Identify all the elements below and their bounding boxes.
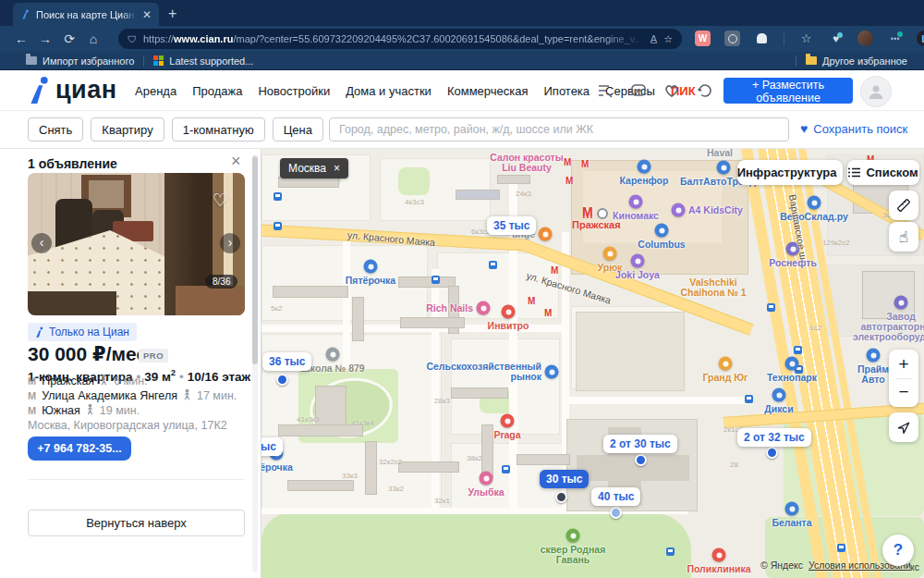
- poi-icon: [545, 365, 559, 379]
- history-icon[interactable]: [696, 81, 714, 100]
- extension-camera-icon[interactable]: [724, 31, 740, 46]
- price-marker[interactable]: 2 от 30 тыс: [603, 435, 677, 453]
- bus-stop-icon: [432, 276, 440, 284]
- panel-scrollbar-thumb[interactable]: [252, 156, 258, 364]
- extension-w-icon[interactable]: W: [695, 31, 711, 46]
- marker-dot[interactable]: [276, 374, 288, 386]
- marker-dot[interactable]: [766, 447, 778, 459]
- bookmark-import[interactable]: Импорт избранного: [26, 55, 134, 67]
- nav-item[interactable]: Ипотека: [544, 84, 590, 98]
- region-chip[interactable]: Москва×: [280, 158, 348, 178]
- help-button[interactable]: ?: [882, 535, 914, 566]
- favorites-heart-icon[interactable]: [663, 81, 681, 100]
- price-marker[interactable]: тыс: [261, 437, 283, 456]
- url-text: https://www.cian.ru/map/?center=55.60973…: [143, 33, 644, 44]
- nav-item[interactable]: Продажа: [192, 84, 242, 98]
- bookmark-star-icon[interactable]: ☆: [663, 33, 673, 45]
- cian-logo[interactable]: циан: [28, 76, 117, 104]
- filter-button[interactable]: 1-комнатную: [172, 117, 265, 141]
- poi-icon: [326, 348, 340, 362]
- metro-name[interactable]: Пражская: [42, 375, 94, 387]
- post-listing-button[interactable]: + Разместить объявление: [723, 78, 853, 104]
- forward-icon[interactable]: →: [33, 31, 57, 46]
- poi-icon: [719, 357, 733, 371]
- metro-row: МЮжная19 мин.: [28, 403, 237, 418]
- back-icon[interactable]: ←: [9, 31, 33, 46]
- sync-heart-icon[interactable]: ♥: [828, 31, 844, 46]
- map-attribution-fragment: кс: [910, 561, 919, 572]
- metro-name[interactable]: Улица Академика Янгеля: [42, 389, 177, 402]
- poi-label: Завод автотракторного электрооборудован: [853, 312, 924, 342]
- poi-icon: [638, 160, 651, 174]
- price-marker[interactable]: 40 тыс: [591, 487, 640, 506]
- bookmark-other-favorites[interactable]: Другое избранное: [806, 55, 907, 67]
- save-search-link[interactable]: ♥ Сохранить поиск: [800, 121, 907, 136]
- poi-icon: [566, 529, 580, 543]
- price-marker[interactable]: 30 тыс: [540, 470, 589, 488]
- price-marker[interactable]: 2 от 32 тыс: [737, 428, 811, 447]
- microsoft-icon: [153, 55, 164, 66]
- marker-dot[interactable]: [610, 507, 622, 519]
- zoom-in-button[interactable]: +: [898, 354, 908, 375]
- tab-close-icon[interactable]: ✕: [142, 8, 152, 21]
- metro-icon: М: [28, 405, 36, 416]
- poi-label: Салон красоты Liu Beauty: [490, 153, 563, 173]
- reader-mode-icon[interactable]: A̲: [650, 33, 657, 44]
- list-view-button[interactable]: Списком: [847, 160, 919, 185]
- marker-dot[interactable]: [555, 491, 567, 503]
- metro-row: МПражская6 мин.: [28, 374, 237, 388]
- marker-dot[interactable]: [635, 454, 647, 466]
- hand-tool-button[interactable]: ☝: [889, 222, 918, 252]
- ruler-tool-button[interactable]: [889, 191, 918, 220]
- house-number: 32к1: [434, 497, 450, 505]
- filter-button[interactable]: Снять: [28, 117, 83, 141]
- metro-exit-icon: М: [581, 159, 589, 169]
- infrastructure-dropdown[interactable]: Инфраструктура: [737, 160, 843, 185]
- url-bar[interactable]: 🛡 https://www.cian.ru/map/?center=55.609…: [118, 29, 682, 49]
- user-avatar[interactable]: [860, 76, 892, 107]
- bookmark-latest[interactable]: Latest supported...: [153, 55, 253, 67]
- map-canvas[interactable]: 35 тыс36 тыс30 тыс40 тыс2 от 30 тыс2 от …: [261, 149, 924, 578]
- zoom-out-button[interactable]: −: [898, 382, 908, 402]
- extension-ghost-icon[interactable]: [754, 31, 770, 46]
- photo-counter: 8/36: [205, 275, 237, 289]
- geo-search-input[interactable]: [329, 117, 789, 141]
- photo-bed-frame: [28, 291, 116, 315]
- filter-button[interactable]: Цена: [273, 117, 323, 141]
- nav-item[interactable]: Дома и участки: [346, 84, 432, 98]
- house-number: 33к2: [388, 485, 404, 493]
- nav-item[interactable]: Новостройки: [258, 84, 330, 98]
- overflow-menu-icon[interactable]: ⋯: [887, 31, 903, 46]
- poi-label: Joki Joya: [615, 270, 660, 280]
- price-marker[interactable]: 35 тыс: [487, 216, 536, 235]
- panel-close-icon[interactable]: ×: [231, 152, 241, 171]
- nav-item[interactable]: Аренда: [135, 84, 176, 98]
- home-icon[interactable]: ⌂: [81, 31, 105, 46]
- phone-button[interactable]: +7 964 782-35...: [28, 437, 131, 461]
- photo-prev-button[interactable]: ‹: [31, 233, 52, 253]
- price-marker[interactable]: 36 тыс: [262, 352, 311, 371]
- poi-icon: [785, 357, 799, 371]
- profile-avatar[interactable]: [857, 31, 873, 46]
- bing-icon[interactable]: b: [917, 31, 924, 46]
- locate-me-button[interactable]: [889, 412, 918, 442]
- poi-icon: [808, 196, 821, 210]
- filter-button[interactable]: Квартиру: [91, 117, 164, 141]
- browser-tab[interactable]: Поиск на карте Циан в Моск ✕: [13, 3, 159, 26]
- listing-photo[interactable]: ♡ ‹ › 8/36: [28, 173, 245, 315]
- back-to-top-button[interactable]: Вернуться наверх: [28, 510, 245, 536]
- chip-close-icon[interactable]: ×: [334, 162, 340, 175]
- poi-label: Пятёрочка: [346, 276, 395, 286]
- photo-favorite-heart-icon[interactable]: ♡: [213, 190, 228, 211]
- metro-name[interactable]: Южная: [42, 404, 80, 417]
- bookmarks-menu-icon[interactable]: ☆: [798, 31, 814, 46]
- messages-icon[interactable]: [629, 81, 648, 100]
- results-count: 1 объявление: [28, 156, 117, 171]
- saved-searches-icon[interactable]: [596, 81, 614, 100]
- new-tab-button[interactable]: +: [168, 6, 176, 22]
- reload-icon[interactable]: ⟳: [57, 31, 81, 46]
- photo-next-button[interactable]: ›: [220, 233, 240, 253]
- poi-label: ёрочка: [261, 462, 293, 473]
- nav-item[interactable]: Коммерческая: [447, 84, 529, 98]
- bus-stop-icon: [274, 192, 282, 201]
